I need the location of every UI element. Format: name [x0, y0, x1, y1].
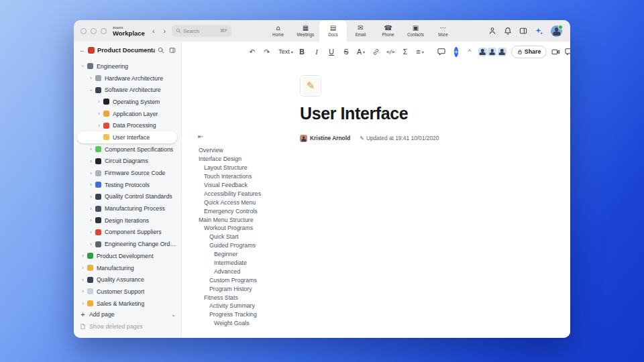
- tab-home[interactable]: ⌂ Home: [264, 20, 292, 42]
- window-close-button[interactable]: [80, 28, 87, 34]
- sidebar-panel-icon[interactable]: [169, 47, 176, 54]
- sidebar-item-quality-assurance[interactable]: › Quality Assurance: [74, 274, 181, 286]
- outline-item[interactable]: Quick Start: [191, 233, 293, 241]
- outline-item[interactable]: Custom Programs: [191, 276, 293, 284]
- text-color-dropdown[interactable]: A ▾: [355, 45, 367, 58]
- list-dropdown[interactable]: ≡ ▾: [414, 45, 426, 58]
- doc-title[interactable]: User Interface: [300, 104, 549, 123]
- tree-chevron-icon[interactable]: ›: [80, 288, 86, 294]
- underline-button[interactable]: U: [325, 45, 337, 58]
- outline-item[interactable]: Weight Goals: [191, 319, 293, 328]
- link-button[interactable]: [370, 45, 382, 58]
- tree-chevron-icon[interactable]: ›: [88, 241, 94, 247]
- chat-bubble-icon[interactable]: [565, 48, 570, 56]
- comment-button[interactable]: [435, 45, 447, 58]
- sidebar-item-engineering-change-orders[interactable]: › Engineering Change Orders: [74, 238, 181, 250]
- italic-button[interactable]: I: [311, 45, 323, 58]
- outline-item[interactable]: Interface Design: [191, 155, 293, 164]
- sidebar-item-design-iterations[interactable]: › Design Iterations: [74, 215, 181, 227]
- outline-item[interactable]: Advanced: [191, 267, 293, 276]
- sidebar-item-application-layer[interactable]: › Application Layer: [74, 108, 181, 120]
- sidebar-item-circuit-diagrams[interactable]: › Circuit Diagrams: [74, 156, 181, 168]
- tree-chevron-icon[interactable]: ›: [80, 253, 86, 259]
- tree-chevron-icon[interactable]: ›: [80, 265, 86, 271]
- outline-item[interactable]: Visual Feedback: [191, 181, 293, 190]
- sidebar-item-component-specifications[interactable]: › Component Specifications: [74, 143, 181, 156]
- share-button[interactable]: Share: [511, 46, 547, 58]
- outline-item[interactable]: Accessibility Features: [191, 189, 293, 198]
- sidebar-item-sales-marketing[interactable]: › Sales & Marketing: [74, 298, 181, 308]
- tree-chevron-icon[interactable]: ›: [80, 63, 86, 69]
- formula-button[interactable]: Σ: [399, 45, 411, 58]
- collapse-toolbar-button[interactable]: ^: [464, 45, 476, 58]
- sidebar-item-firmware-source-code[interactable]: › Firmware Source Code: [74, 167, 181, 179]
- sidebar-item-data-processing[interactable]: › Data Processing: [74, 119, 181, 131]
- sidebar-search-icon[interactable]: [158, 47, 164, 54]
- sidebar-item-testing-protocols[interactable]: › Testing Protocols: [74, 179, 181, 191]
- outline-item[interactable]: Main Menu Structure: [191, 215, 293, 224]
- tree-chevron-icon[interactable]: ›: [88, 87, 94, 93]
- tab-email[interactable]: ✉ Email: [347, 20, 374, 42]
- global-search-input[interactable]: Search ⌘F: [172, 25, 231, 37]
- sidebar-item-engineering[interactable]: › Engineering: [74, 60, 181, 72]
- video-camera-icon[interactable]: [551, 48, 560, 56]
- tree-chevron-icon[interactable]: ›: [88, 217, 94, 223]
- add-page-chevron-icon[interactable]: ⌄: [171, 312, 176, 318]
- ai-companion-sparkle-icon[interactable]: [535, 27, 543, 36]
- bold-button[interactable]: B: [296, 45, 308, 58]
- tree-chevron-icon[interactable]: ›: [96, 99, 102, 105]
- back-button[interactable]: ‹: [152, 27, 155, 35]
- sidebar-item-hardware-architecture[interactable]: › Hardware Architecture: [74, 72, 181, 84]
- tab-more[interactable]: ⋯ More: [429, 20, 457, 42]
- sidebar-item-manufacturing[interactable]: › Manufacturing: [74, 262, 181, 274]
- collaborator-avatar[interactable]: [498, 48, 506, 56]
- tree-chevron-icon[interactable]: ›: [88, 194, 94, 200]
- tree-chevron-icon[interactable]: ›: [96, 111, 102, 117]
- sidebar-back-button[interactable]: ←: [79, 47, 85, 54]
- code-button[interactable]: </>: [384, 45, 396, 58]
- outline-item[interactable]: Workout Programs: [191, 224, 293, 233]
- outline-item[interactable]: Fitness Stats: [191, 293, 293, 302]
- outline-item[interactable]: Guided Programs: [191, 241, 293, 250]
- insert-block-button[interactable]: +: [454, 47, 458, 57]
- tree-chevron-icon[interactable]: ›: [96, 123, 102, 129]
- sidebar-item-component-suppliers[interactable]: › Component Suppliers: [74, 227, 181, 239]
- tab-phone[interactable]: ☎ Phone: [374, 20, 402, 42]
- workspace-title[interactable]: Product Documenta...: [97, 47, 155, 54]
- tree-chevron-icon[interactable]: ›: [88, 170, 94, 176]
- outline-item[interactable]: Program History: [191, 284, 293, 293]
- tree-chevron-icon[interactable]: ›: [88, 158, 94, 164]
- text-style-dropdown[interactable]: Text ▾: [280, 45, 292, 58]
- outline-item[interactable]: Intermediate: [191, 259, 293, 267]
- outline-item[interactable]: Quick Access Menu: [191, 198, 293, 206]
- sidebar-item-operating-system[interactable]: › Operating System: [74, 96, 181, 108]
- tree-chevron-icon[interactable]: ›: [80, 300, 86, 306]
- outline-item[interactable]: Touch Interactions: [191, 172, 293, 181]
- collaborator-avatar[interactable]: [478, 48, 487, 56]
- sidebar-item-product-development[interactable]: › Product Development: [74, 250, 181, 262]
- redo-button[interactable]: ↷: [261, 45, 273, 58]
- profile-icon[interactable]: [488, 27, 496, 35]
- tab-meetings[interactable]: ▦ Meetings: [292, 20, 319, 42]
- collaborator-avatar[interactable]: [488, 48, 496, 56]
- notifications-bell-icon[interactable]: [504, 27, 512, 35]
- sidebar-item-quality-control-standards[interactable]: › Quality Control Standards: [74, 191, 181, 203]
- forward-button[interactable]: ›: [164, 27, 166, 35]
- tree-chevron-icon[interactable]: ›: [88, 182, 94, 188]
- show-deleted-pages-button[interactable]: Show deleted pages: [80, 320, 176, 333]
- sidebar-item-manufacturing-process[interactable]: › Manufacturing Process: [74, 202, 181, 215]
- strikethrough-button[interactable]: S: [340, 45, 352, 58]
- outline-collapse-icon[interactable]: ⇤: [191, 133, 293, 140]
- tree-chevron-icon[interactable]: ›: [88, 206, 94, 212]
- tab-docs[interactable]: ▤ Docs: [319, 20, 347, 42]
- sidebar-item-user-interface[interactable]: User Interface: [77, 131, 177, 143]
- sidebar-item-customer-support[interactable]: › Customer Support: [74, 286, 181, 298]
- panel-toggle-icon[interactable]: [519, 27, 527, 35]
- add-page-button[interactable]: + Add page ⌄: [80, 308, 176, 320]
- outline-item[interactable]: Emergency Controls: [191, 206, 293, 215]
- window-minimize-button[interactable]: [91, 28, 97, 34]
- window-zoom-button[interactable]: [101, 28, 107, 34]
- sidebar-item-software-architecture[interactable]: › Software Architecture: [74, 84, 181, 96]
- outline-item[interactable]: Overview: [191, 146, 293, 155]
- tree-chevron-icon[interactable]: ›: [80, 277, 86, 283]
